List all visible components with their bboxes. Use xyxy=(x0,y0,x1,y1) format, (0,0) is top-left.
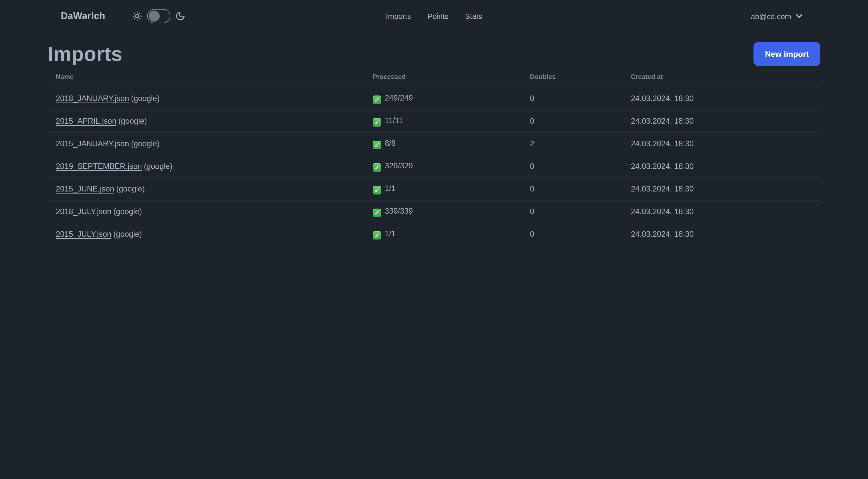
column-header-created-at: Created at xyxy=(623,69,820,87)
import-row: 2015_JANUARY.json(google) ✓8/8 2 24.03.2… xyxy=(48,132,820,155)
created-at: 24.03.2024, 18:30 xyxy=(623,178,820,200)
sun-icon xyxy=(132,11,142,21)
white-check-mark-icon: ✓ xyxy=(373,95,381,104)
processed-count: 8/8 xyxy=(385,139,396,147)
processed-count: 249/249 xyxy=(385,93,413,102)
created-at: 24.03.2024, 18:30 xyxy=(623,132,820,155)
import-file-link[interactable]: 2018_JULY.json xyxy=(56,207,111,216)
imports-table: Name Processed Doubles Created at 2018_J… xyxy=(48,69,820,239)
nav-item-stats[interactable]: Stats xyxy=(465,12,482,20)
import-source-label: (google) xyxy=(131,139,160,148)
new-import-button[interactable]: New import xyxy=(753,42,820,66)
import-row: 2018_JULY.json(google) ✓339/339 0 24.03.… xyxy=(48,200,820,223)
created-at: 24.03.2024, 18:30 xyxy=(623,223,820,239)
import-source-label: (google) xyxy=(144,162,173,170)
doubles-count: 0 xyxy=(522,87,623,110)
processed-count: 11/11 xyxy=(385,116,403,124)
import-file-link[interactable]: 2019_SEPTEMBER.json xyxy=(56,162,142,170)
user-menu[interactable]: ab@cd.com xyxy=(751,12,803,20)
column-header-name: Name xyxy=(48,69,365,87)
processed-count: 339/339 xyxy=(385,206,413,215)
white-check-mark-icon: ✓ xyxy=(373,163,381,172)
user-email: ab@cd.com xyxy=(751,12,791,20)
doubles-count: 2 xyxy=(522,132,623,155)
white-check-mark-icon: ✓ xyxy=(373,208,381,217)
column-header-doubles: Doubles xyxy=(522,69,623,87)
page-head: Imports New import xyxy=(48,42,820,66)
nav-item-imports[interactable]: Imports xyxy=(386,12,411,20)
moon-icon xyxy=(175,11,185,21)
import-row: 2015_APRIL.json(google) ✓11/11 0 24.03.2… xyxy=(48,110,820,132)
created-at: 24.03.2024, 18:30 xyxy=(623,200,820,223)
imports-table-body: 2018_JANUARY.json(google) ✓249/249 0 24.… xyxy=(48,87,820,239)
white-check-mark-icon: ✓ xyxy=(373,231,381,239)
doubles-count: 0 xyxy=(522,155,623,178)
imports-page: Imports New import Name Processed Double… xyxy=(0,42,868,239)
created-at: 24.03.2024, 18:30 xyxy=(623,87,820,110)
navbar-right: ab@cd.com xyxy=(751,12,803,20)
import-source-label: (google) xyxy=(131,94,160,102)
navbar-left: DaWarIch xyxy=(61,9,185,23)
import-file-link[interactable]: 2015_JANUARY.json xyxy=(56,139,129,148)
theme-toggle[interactable] xyxy=(147,9,170,23)
import-row: 2019_SEPTEMBER.json(google) ✓329/329 0 2… xyxy=(48,155,820,178)
processed-count: 1/1 xyxy=(385,184,396,192)
white-check-mark-icon: ✓ xyxy=(373,118,381,126)
table-header-row: Name Processed Doubles Created at xyxy=(48,69,820,87)
app-root: DaWarIch xyxy=(0,0,868,239)
import-row: 2015_JULY.json(google) ✓1/1 0 24.03.2024… xyxy=(48,223,820,239)
white-check-mark-icon: ✓ xyxy=(373,186,381,194)
import-source-label: (google) xyxy=(113,230,142,238)
doubles-count: 0 xyxy=(522,200,623,223)
import-row: 2015_JUNE.json(google) ✓1/1 0 24.03.2024… xyxy=(48,178,820,200)
chevron-down-icon xyxy=(796,13,803,19)
created-at: 24.03.2024, 18:30 xyxy=(623,155,820,178)
main-nav: ImportsPointsStats xyxy=(386,12,482,20)
import-file-link[interactable]: 2015_APRIL.json xyxy=(56,117,116,125)
doubles-count: 0 xyxy=(522,178,623,200)
navbar: DaWarIch xyxy=(0,0,868,32)
page-title: Imports xyxy=(48,43,123,65)
processed-count: 1/1 xyxy=(385,229,396,238)
import-source-label: (google) xyxy=(118,117,147,125)
import-file-link[interactable]: 2018_JANUARY.json xyxy=(56,94,129,102)
created-at: 24.03.2024, 18:30 xyxy=(623,110,820,132)
import-source-label: (google) xyxy=(116,184,145,193)
doubles-count: 0 xyxy=(522,223,623,239)
column-header-processed: Processed xyxy=(365,69,522,87)
import-row: 2018_JANUARY.json(google) ✓249/249 0 24.… xyxy=(48,87,820,110)
theme-toggle-group xyxy=(132,9,185,23)
app-logo[interactable]: DaWarIch xyxy=(61,10,105,22)
theme-toggle-knob xyxy=(149,10,159,21)
processed-count: 329/329 xyxy=(385,161,413,170)
import-file-link[interactable]: 2015_JUNE.json xyxy=(56,184,114,193)
doubles-count: 0 xyxy=(522,110,623,132)
import-source-label: (google) xyxy=(113,207,142,216)
nav-item-points[interactable]: Points xyxy=(428,12,448,20)
white-check-mark-icon: ✓ xyxy=(373,141,381,149)
import-file-link[interactable]: 2015_JULY.json xyxy=(56,230,111,238)
